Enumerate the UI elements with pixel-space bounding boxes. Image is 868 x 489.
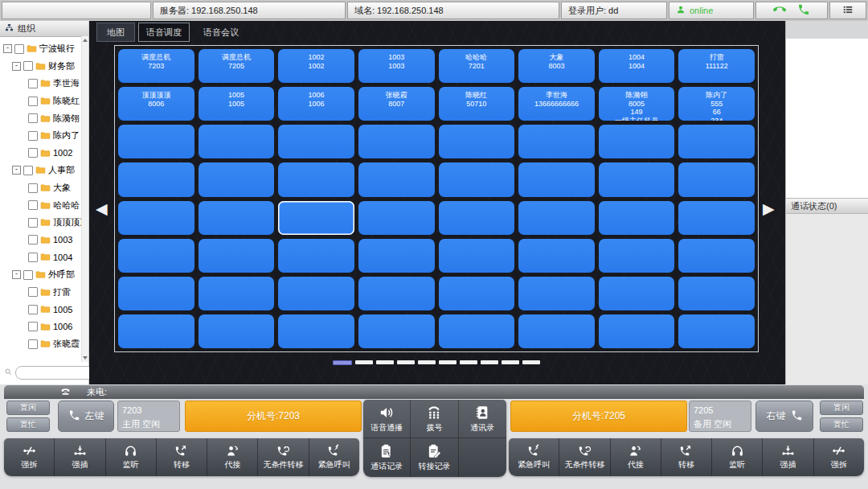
- tree-item[interactable]: 大象: [0, 179, 81, 197]
- checkbox[interactable]: [28, 113, 38, 123]
- tree-item[interactable]: -人事部: [0, 162, 81, 179]
- expander-icon[interactable]: -: [12, 270, 21, 279]
- tool-button[interactable]: 拨号: [411, 400, 458, 438]
- extension-card[interactable]: 10031003: [358, 49, 435, 83]
- page-dash[interactable]: [439, 360, 457, 364]
- checkbox[interactable]: [28, 148, 38, 158]
- tab-voice-conference[interactable]: 语音会议: [193, 23, 249, 42]
- page-dash[interactable]: [522, 360, 540, 364]
- extension-card[interactable]: [678, 125, 755, 158]
- extension-card[interactable]: [439, 314, 515, 348]
- extension-card[interactable]: 陈晓红50710: [439, 87, 515, 121]
- tool-button[interactable]: 语音通播: [363, 400, 411, 438]
- extension-card[interactable]: [599, 239, 675, 273]
- tree-item[interactable]: 陈晓红: [0, 92, 81, 110]
- action-button[interactable]: 强插: [762, 438, 813, 476]
- tree-item[interactable]: 陈内了: [0, 127, 81, 145]
- sidebar-scrollbar[interactable]: [81, 36, 88, 362]
- tab-map[interactable]: 地图: [96, 23, 135, 42]
- extension-card[interactable]: [358, 239, 435, 273]
- left-set-busy-button[interactable]: 置忙: [6, 417, 50, 432]
- extension-card[interactable]: 10021002: [278, 49, 354, 83]
- tree-item[interactable]: 顶顶顶顶: [0, 214, 81, 232]
- extension-card[interactable]: 10041004: [599, 49, 675, 83]
- tree-item[interactable]: 1006: [0, 318, 81, 336]
- extension-card[interactable]: 张晓霞8007: [358, 87, 435, 121]
- extension-card[interactable]: [678, 201, 755, 235]
- checkbox[interactable]: [28, 305, 38, 314]
- checkbox[interactable]: [28, 287, 38, 297]
- extension-card[interactable]: [199, 201, 275, 235]
- search-input[interactable]: [15, 366, 96, 380]
- scroll-down-icon[interactable]: [83, 356, 88, 360]
- right-key-button[interactable]: 右键: [755, 401, 813, 432]
- right-set-busy-button[interactable]: 置忙: [820, 417, 863, 432]
- extension-card[interactable]: [518, 314, 595, 348]
- phone-hangup-icon[interactable]: [773, 3, 786, 18]
- expander-icon[interactable]: -: [3, 44, 12, 53]
- action-button[interactable]: 紧急呼叫: [509, 438, 559, 476]
- extension-card[interactable]: [358, 314, 435, 348]
- extension-card[interactable]: 大象8003: [518, 49, 595, 83]
- extension-card[interactable]: [118, 125, 194, 158]
- page-dash[interactable]: [376, 360, 394, 364]
- extension-card[interactable]: [278, 162, 354, 196]
- extension-card[interactable]: [278, 277, 354, 310]
- right-set-idle-button[interactable]: 置闲: [820, 401, 863, 415]
- extension-card[interactable]: 调度总机7205: [199, 49, 275, 83]
- extension-card[interactable]: [599, 314, 675, 348]
- extension-card[interactable]: [118, 314, 194, 348]
- action-button[interactable]: 转移: [661, 438, 711, 476]
- tool-button[interactable]: 通话记录: [363, 438, 411, 477]
- extension-card[interactable]: [678, 239, 755, 273]
- tree-item[interactable]: -财务部: [0, 58, 81, 76]
- extension-card[interactable]: 陈漪翎8005149一级主任科员: [599, 87, 675, 121]
- extension-card[interactable]: 哈哈哈7201: [439, 49, 515, 83]
- checkbox[interactable]: [28, 97, 38, 106]
- page-dash[interactable]: [418, 360, 436, 364]
- tree-item[interactable]: 哈哈哈: [0, 196, 81, 214]
- action-button[interactable]: 监听: [105, 438, 156, 476]
- checkbox[interactable]: [23, 166, 33, 175]
- expander-icon[interactable]: -: [12, 62, 21, 71]
- extension-card[interactable]: 调度总机7203: [118, 49, 194, 83]
- extension-card[interactable]: [518, 162, 595, 196]
- checkbox[interactable]: [28, 218, 38, 228]
- extension-card[interactable]: [518, 125, 595, 158]
- checkbox[interactable]: [14, 44, 24, 54]
- extension-card[interactable]: [118, 162, 194, 196]
- checkbox[interactable]: [28, 183, 38, 193]
- extension-card[interactable]: [118, 239, 194, 273]
- tree-item[interactable]: 李世海: [0, 75, 81, 92]
- checkbox[interactable]: [28, 79, 38, 88]
- action-button[interactable]: 无条件转移: [559, 438, 609, 476]
- checkbox[interactable]: [23, 61, 33, 71]
- extension-card[interactable]: [599, 277, 675, 310]
- tree-item[interactable]: 1003: [0, 232, 81, 249]
- extension-card[interactable]: [518, 277, 595, 310]
- extension-card[interactable]: 李世海13666666666: [518, 87, 595, 121]
- extension-card[interactable]: [358, 162, 435, 196]
- checkbox[interactable]: [28, 200, 38, 210]
- extension-card[interactable]: [278, 314, 354, 348]
- action-button[interactable]: 代接: [610, 438, 661, 476]
- extension-card[interactable]: [278, 201, 354, 235]
- extension-card[interactable]: [199, 162, 275, 196]
- checkbox[interactable]: [28, 322, 38, 331]
- extension-card[interactable]: [678, 277, 755, 310]
- extension-card[interactable]: [199, 125, 275, 158]
- extension-card[interactable]: [439, 125, 515, 158]
- extension-card[interactable]: [439, 239, 515, 273]
- tree-item[interactable]: 陈漪翎: [0, 109, 81, 127]
- page-dash[interactable]: [333, 360, 352, 365]
- extension-card[interactable]: [358, 125, 435, 158]
- action-button[interactable]: 强插: [54, 438, 104, 476]
- extension-card[interactable]: [599, 201, 675, 235]
- action-button[interactable]: 代接: [207, 438, 257, 476]
- tab-voice-dispatch[interactable]: 语音调度: [138, 23, 190, 42]
- checkbox[interactable]: [28, 253, 38, 262]
- extension-card[interactable]: [518, 239, 595, 273]
- action-button[interactable]: 紧急呼叫: [309, 438, 359, 476]
- extension-card[interactable]: 10061006: [278, 87, 354, 121]
- extension-card[interactable]: [439, 162, 515, 196]
